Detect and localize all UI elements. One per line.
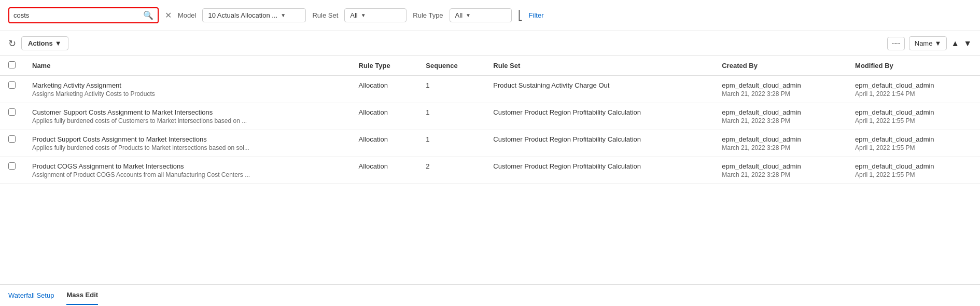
row-modified-by-user: epm_default_cloud_admin xyxy=(855,81,972,89)
refresh-button[interactable]: ↻ xyxy=(8,38,16,49)
row-sequence: 1 xyxy=(417,130,485,157)
row-modified-by: epm_default_cloud_admin April 1, 2022 1:… xyxy=(847,130,980,157)
row-modified-by: epm_default_cloud_admin April 1, 2022 1:… xyxy=(847,157,980,184)
row-created-by: epm_default_cloud_admin March 21, 2022 3… xyxy=(713,130,847,157)
row-rule-set: Customer Product Region Profitability Ca… xyxy=(485,103,713,130)
model-label: Model xyxy=(178,11,196,19)
row-name-secondary: Applies fully burdened costs of Customer… xyxy=(32,117,342,124)
row-created-by-user: epm_default_cloud_admin xyxy=(722,162,838,170)
top-bar: 🔍 ✕ Model 10 Actuals Allocation ... ▼ Ru… xyxy=(0,0,980,31)
row-name-cell: Marketing Activity Assignment Assigns Ma… xyxy=(24,76,351,103)
row-checkbox-cell xyxy=(0,103,24,130)
table-row: Product COGS Assignment to Market Inters… xyxy=(0,157,980,184)
col-header-created-by: Created By xyxy=(713,56,847,76)
row-rule-set: Customer Product Region Profitability Ca… xyxy=(485,130,713,157)
row-modified-by-date: April 1, 2022 1:55 PM xyxy=(855,117,972,124)
row-created-by: epm_default_cloud_admin March 21, 2022 3… xyxy=(713,76,847,103)
bottom-tabs: Waterfall Setup Mass Edit xyxy=(0,284,980,306)
row-modified-by: epm_default_cloud_admin April 1, 2022 1:… xyxy=(847,76,980,103)
tab-waterfall-setup[interactable]: Waterfall Setup xyxy=(8,286,54,304)
row-name-primary: Customer Support Costs Assignment to Mar… xyxy=(32,108,342,116)
search-box: 🔍 xyxy=(8,7,159,23)
row-sequence: 1 xyxy=(417,103,485,130)
ruletype-value: All xyxy=(455,11,463,19)
model-dropdown[interactable]: 10 Actuals Allocation ... ▼ xyxy=(202,8,306,22)
ruletype-dropdown[interactable]: All ▼ xyxy=(450,8,512,22)
row-rule-type: Allocation xyxy=(351,76,418,103)
row-modified-by-date: April 1, 2022 1:55 PM xyxy=(855,171,972,178)
row-name-primary: Product COGS Assignment to Market Inters… xyxy=(32,162,342,170)
filter-funnel-icon: ⎣ xyxy=(518,10,523,21)
row-name-secondary: Assigns Marketing Activity Costs to Prod… xyxy=(32,90,342,98)
toolbar-left: ↻ Actions ▼ xyxy=(8,36,68,50)
table-container: Name Rule Type Sequence Rule Set Created… xyxy=(0,56,980,284)
row-sequence: 1 xyxy=(417,76,485,103)
table-header-row: Name Rule Type Sequence Rule Set Created… xyxy=(0,56,980,76)
row-created-by-user: epm_default_cloud_admin xyxy=(722,81,838,89)
ruleset-chevron-icon: ▼ xyxy=(361,12,366,18)
row-rule-type: Allocation xyxy=(351,157,418,184)
row-modified-by-date: April 1, 2022 1:55 PM xyxy=(855,144,972,151)
row-name-secondary: Assignment of Product COGS Accounts from… xyxy=(32,171,342,178)
row-checkbox-3[interactable] xyxy=(8,162,16,170)
col-header-name: Name xyxy=(24,56,351,76)
row-name-primary: Product Support Costs Assignment to Mark… xyxy=(32,135,342,143)
select-all-checkbox[interactable] xyxy=(8,61,16,68)
search-button[interactable]: 🔍 xyxy=(143,10,153,20)
ruletype-chevron-icon: ▼ xyxy=(466,12,471,18)
row-checkbox-cell xyxy=(0,76,24,103)
actions-chevron-icon: ▼ xyxy=(55,39,62,47)
model-value: 10 Actuals Allocation ... xyxy=(208,11,277,19)
table-row: Customer Support Costs Assignment to Mar… xyxy=(0,103,980,130)
ruleset-label: Rule Set xyxy=(312,11,338,19)
actions-button[interactable]: Actions ▼ xyxy=(21,36,68,50)
ruletype-label: Rule Type xyxy=(413,11,443,19)
sort-dropdown[interactable]: Name ▼ xyxy=(909,36,947,50)
row-name-cell: Product Support Costs Assignment to Mark… xyxy=(24,130,351,157)
row-rule-set: Customer Product Region Profitability Ca… xyxy=(485,157,713,184)
col-header-modified-by: Modified By xyxy=(847,56,980,76)
toolbar: ↻ Actions ▼ ┄┄ Name ▼ ▲ ▼ xyxy=(0,31,980,56)
select-all-header xyxy=(0,56,24,76)
clear-search-button[interactable]: ✕ xyxy=(165,10,172,20)
tab-mass-edit[interactable]: Mass Edit xyxy=(66,286,98,305)
row-modified-by-date: April 1, 2022 1:54 PM xyxy=(855,90,972,98)
model-chevron-icon: ▼ xyxy=(281,12,286,18)
ruleset-value: All xyxy=(350,11,357,19)
columns-icon-button[interactable]: ┄┄ xyxy=(887,37,905,50)
main-content: ↻ Actions ▼ ┄┄ Name ▼ ▲ ▼ Name xyxy=(0,31,980,284)
row-checkbox-2[interactable] xyxy=(8,135,16,143)
row-modified-by: epm_default_cloud_admin April 1, 2022 1:… xyxy=(847,103,980,130)
row-created-by-date: March 21, 2022 3:28 PM xyxy=(722,171,838,178)
sort-descending-button[interactable]: ▼ xyxy=(963,39,972,48)
ruleset-dropdown[interactable]: All ▼ xyxy=(344,8,407,22)
actions-label: Actions xyxy=(28,39,53,47)
row-checkbox-0[interactable] xyxy=(8,81,16,89)
row-created-by-date: March 21, 2022 3:28 PM xyxy=(722,144,838,151)
row-checkbox-cell xyxy=(0,157,24,184)
row-created-by-user: epm_default_cloud_admin xyxy=(722,135,838,143)
sort-chevron-icon: ▼ xyxy=(934,39,941,47)
col-header-sequence: Sequence xyxy=(417,56,485,76)
sort-label: Name xyxy=(915,39,933,47)
row-modified-by-user: epm_default_cloud_admin xyxy=(855,162,972,170)
row-created-by-date: March 21, 2022 3:28 PM xyxy=(722,90,838,98)
table-row: Product Support Costs Assignment to Mark… xyxy=(0,130,980,157)
table-row: Marketing Activity Assignment Assigns Ma… xyxy=(0,76,980,103)
row-created-by-user: epm_default_cloud_admin xyxy=(722,108,838,116)
rules-table: Name Rule Type Sequence Rule Set Created… xyxy=(0,56,980,184)
sort-ascending-button[interactable]: ▲ xyxy=(951,39,959,48)
row-name-primary: Marketing Activity Assignment xyxy=(32,81,342,89)
row-created-by-date: March 21, 2022 3:28 PM xyxy=(722,117,838,124)
col-header-rule-set: Rule Set xyxy=(485,56,713,76)
row-rule-type: Allocation xyxy=(351,103,418,130)
row-created-by: epm_default_cloud_admin March 21, 2022 3… xyxy=(713,103,847,130)
row-modified-by-user: epm_default_cloud_admin xyxy=(855,135,972,143)
search-input[interactable] xyxy=(13,11,140,19)
row-created-by: epm_default_cloud_admin March 21, 2022 3… xyxy=(713,157,847,184)
row-checkbox-1[interactable] xyxy=(8,108,16,116)
filter-link[interactable]: Filter xyxy=(529,11,544,19)
row-modified-by-user: epm_default_cloud_admin xyxy=(855,108,972,116)
row-name-cell: Customer Support Costs Assignment to Mar… xyxy=(24,103,351,130)
row-name-cell: Product COGS Assignment to Market Inters… xyxy=(24,157,351,184)
